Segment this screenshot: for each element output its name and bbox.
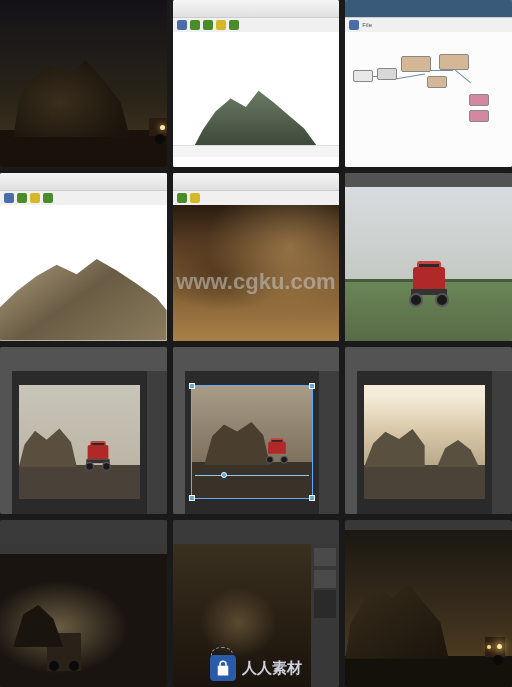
- app-titlebar: [173, 173, 340, 191]
- thumb-ps-perspective[interactable]: [173, 347, 340, 514]
- thumb-ps-dark-truck[interactable]: [0, 520, 167, 687]
- transform-handle[interactable]: [309, 495, 315, 501]
- tool-icon[interactable]: [43, 193, 53, 203]
- brush-outline[interactable]: [211, 647, 233, 661]
- graph-node[interactable]: [401, 56, 431, 72]
- dark-toolbar: [345, 520, 512, 530]
- tool-icon[interactable]: [349, 20, 359, 30]
- ps-menubar: [345, 347, 512, 371]
- thumb-ps-sky[interactable]: [345, 347, 512, 514]
- tool-icon[interactable]: [229, 20, 239, 30]
- ps-panels[interactable]: [319, 371, 339, 514]
- ps-panels[interactable]: [147, 371, 167, 514]
- dark-toolbar: [345, 173, 512, 187]
- ps-toolbar[interactable]: [345, 371, 357, 514]
- graph-node[interactable]: [439, 54, 469, 70]
- app-toolbar: [0, 191, 167, 205]
- ps-canvas[interactable]: [185, 371, 320, 514]
- thumbnail-grid: File: [0, 0, 512, 687]
- perspective-line[interactable]: [195, 475, 309, 476]
- rally-truck: [409, 261, 449, 307]
- ps-menubar: [0, 520, 167, 544]
- graph-node-output[interactable]: [469, 110, 489, 122]
- rally-truck: [85, 441, 111, 471]
- tool-icon[interactable]: [4, 193, 14, 203]
- ps-canvas[interactable]: [357, 371, 492, 514]
- ps-canvas[interactable]: [12, 371, 147, 514]
- transform-handle[interactable]: [189, 383, 195, 389]
- menu-label[interactable]: File: [362, 22, 372, 28]
- tool-icon[interactable]: [30, 193, 40, 203]
- app-toolbar: [173, 191, 340, 205]
- thumb-truck-render[interactable]: [345, 173, 512, 340]
- tool-icon[interactable]: [216, 20, 226, 30]
- transform-handle[interactable]: [189, 495, 195, 501]
- tool-icon[interactable]: [17, 193, 27, 203]
- app-toolbar: [173, 18, 340, 32]
- app-titlebar: [173, 0, 340, 18]
- thumb-render-dusk[interactable]: [0, 0, 167, 167]
- ps-panels[interactable]: [311, 544, 339, 687]
- transform-handle[interactable]: [309, 383, 315, 389]
- tool-icon[interactable]: [190, 193, 200, 203]
- app-titlebar: [345, 0, 512, 18]
- tool-icon[interactable]: [177, 20, 187, 30]
- graph-node-output[interactable]: [469, 94, 489, 106]
- graph-node[interactable]: [377, 68, 397, 80]
- ps-options-bar: [0, 544, 167, 554]
- ps-panels[interactable]: [492, 371, 512, 514]
- ps-menubar: [173, 347, 340, 371]
- tool-icon[interactable]: [203, 20, 213, 30]
- thumb-terrain-wire[interactable]: [173, 0, 340, 167]
- ps-menubar: [0, 347, 167, 371]
- thumb-ps-dust-brush[interactable]: [173, 520, 340, 687]
- graph-node[interactable]: [353, 70, 373, 82]
- graph-node[interactable]: [427, 76, 447, 88]
- tool-icon[interactable]: [190, 20, 200, 30]
- thumb-node-graph[interactable]: File: [345, 0, 512, 167]
- app-titlebar: [0, 173, 167, 191]
- rally-truck: [266, 438, 288, 463]
- tool-icon[interactable]: [177, 193, 187, 203]
- ps-toolbar[interactable]: [0, 371, 12, 514]
- ps-menubar: [173, 520, 340, 544]
- thumb-ps-composite-1[interactable]: [0, 347, 167, 514]
- thumb-terrain-textured[interactable]: [173, 173, 340, 340]
- thumb-terrain-shaded[interactable]: [0, 173, 167, 340]
- ps-toolbar[interactable]: [173, 371, 185, 514]
- app-toolbar: File: [345, 18, 512, 32]
- thumb-render-final[interactable]: [345, 520, 512, 687]
